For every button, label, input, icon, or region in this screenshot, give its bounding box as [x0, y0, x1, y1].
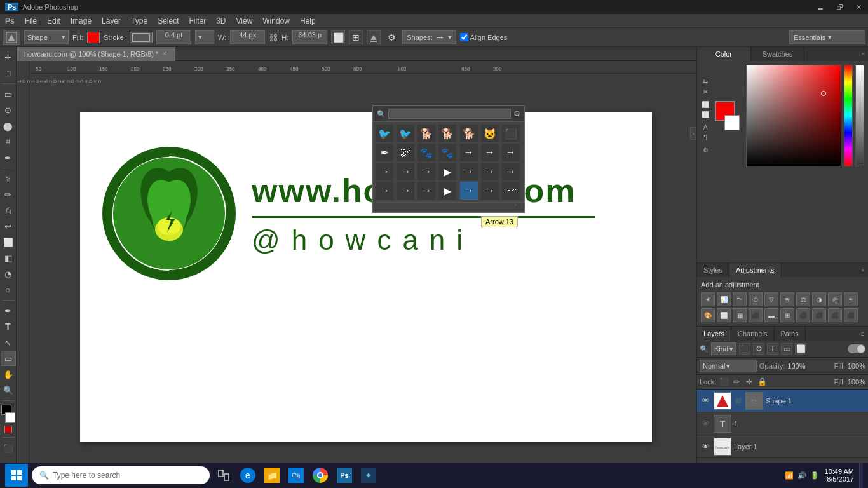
systray-network-icon[interactable]: 📶 [784, 470, 794, 480]
adj-colorsearch[interactable]: 🎨 [701, 308, 715, 322]
taskbar-search-bar[interactable]: 🔍 Type here to search [32, 466, 210, 484]
adj-colorbal[interactable]: ⚖ [796, 292, 810, 306]
menu-filter[interactable]: Filter [184, 14, 211, 28]
shape-cell-13[interactable]: → [376, 163, 393, 180]
menu-type[interactable]: Type [126, 14, 153, 28]
pen-tool[interactable]: ✒ [1, 303, 16, 318]
shape-picker-search[interactable] [388, 109, 511, 119]
minimize-button[interactable]: 🗕 [811, 0, 830, 14]
screen-mode-btn[interactable]: ⬛ [1, 440, 16, 456]
menu-ps[interactable]: Ps [0, 14, 20, 28]
align-edges-option[interactable]: Align Edges [460, 33, 508, 41]
align-button[interactable]: ⬜ [331, 30, 345, 44]
adj-levels2[interactable]: ⬛ [812, 308, 826, 322]
shape-cell-1[interactable]: 🐦 [397, 125, 414, 142]
artboard-tool[interactable]: ⬚ [1, 65, 16, 81]
document-tab[interactable]: howcanu.com @ 100% (Shape 1, RGB/8) * ✕ [17, 47, 175, 61]
adj-curves2[interactable]: ⬛ [828, 308, 842, 322]
adj-channelmix[interactable]: ≡ [844, 292, 858, 306]
fill-color-swatch[interactable] [87, 32, 100, 43]
panel-icon-5[interactable]: A [701, 123, 710, 132]
canvas-content[interactable]: www.howcanu.com @howcani [29, 74, 696, 463]
adj-extra[interactable]: ⬛ [844, 308, 858, 322]
taskbar-extra-icon[interactable]: ✦ [358, 465, 379, 485]
background-color-box[interactable] [5, 412, 15, 423]
zoom-tool[interactable]: 🔍 [1, 383, 16, 398]
canvas-scroll-area[interactable]: 50 100 150 200 250 300 350 400 450 500 6… [17, 61, 696, 475]
show-desktop-btn[interactable] [859, 463, 863, 488]
shape-tool[interactable]: ▭ [1, 351, 16, 366]
height-input[interactable]: 64.03 p [292, 30, 327, 44]
resize-handle[interactable]: ⬛ [514, 204, 522, 211]
stroke-size-input[interactable]: 0.4 pt [156, 30, 191, 44]
opacity-value[interactable]: 100% [787, 362, 805, 370]
shape-cell-12[interactable]: → [502, 144, 520, 161]
path-arrange-button[interactable] [367, 30, 381, 44]
shape-cell-23[interactable]: ▶ [438, 182, 456, 200]
layer-vis-text[interactable]: 👁 [700, 418, 711, 430]
layer-item-text[interactable]: 👁 T 1 [697, 412, 868, 435]
width-input[interactable]: 44 px [230, 30, 265, 44]
lock-position-icon[interactable]: ✛ [744, 377, 754, 387]
panel-icon-1[interactable]: ⇆ [701, 77, 710, 86]
hue-bar[interactable] [844, 65, 853, 166]
shape-cell-18[interactable]: → [481, 163, 499, 180]
lock-all-icon[interactable]: 🔒 [757, 377, 767, 387]
filter-smart-icon[interactable]: ⬜ [795, 343, 806, 355]
panel-menu-btn[interactable]: ≡ [858, 47, 868, 61]
tab-paths[interactable]: Paths [775, 327, 806, 341]
gradient-tool[interactable]: ◧ [1, 250, 16, 266]
shape-picker-gear[interactable]: ⚙ [513, 109, 520, 118]
taskbar-edge-icon[interactable]: e [238, 465, 258, 485]
adj-gradient-map[interactable]: ▬ [764, 308, 778, 322]
tool-preset-picker[interactable] [3, 30, 20, 45]
shape-cell-16[interactable]: ▶ [438, 163, 456, 180]
adj-hsl[interactable]: ≋ [780, 292, 794, 306]
tab-adjustments[interactable]: Adjustments [729, 263, 782, 277]
hand-tool[interactable]: ✋ [1, 367, 16, 382]
adj-posterize[interactable]: ▦ [733, 308, 747, 322]
adj-brightness[interactable]: ☀ [701, 292, 715, 306]
alpha-bar[interactable] [855, 65, 864, 166]
panel-icon-7[interactable]: ⚙ [701, 146, 710, 154]
shape-cell-3[interactable]: 🐕 [438, 125, 456, 142]
adj-vibrance[interactable]: ▽ [764, 292, 778, 306]
shape-cell-21[interactable]: → [397, 182, 414, 200]
essentials-dropdown[interactable]: Essentials ▾ [789, 30, 865, 44]
layer-item-layer1[interactable]: 👁 howcanu Layer 1 [697, 435, 868, 458]
filter-type-icon[interactable]: T [767, 343, 778, 355]
marquee-tool[interactable]: ▭ [1, 86, 16, 102]
tab-styles[interactable]: Styles [697, 263, 729, 277]
shape-cell-14[interactable]: → [397, 163, 414, 180]
filter-pixel-icon[interactable]: ⬛ [739, 343, 750, 355]
move-tool[interactable]: ✛ [1, 50, 16, 65]
taskbar-task-view[interactable] [214, 465, 234, 485]
stamp-tool[interactable]: ⎙ [1, 203, 16, 218]
menu-layer[interactable]: Layer [97, 14, 126, 28]
quick-select-tool[interactable]: ⬤ [1, 118, 16, 133]
shape-cell-5[interactable]: 🐱 [481, 125, 499, 142]
adj-invert[interactable]: ⬜ [717, 308, 731, 322]
taskbar-chrome-icon[interactable] [310, 465, 330, 485]
blur-tool[interactable]: ◔ [1, 266, 16, 281]
adj-levels[interactable]: 📊 [717, 292, 731, 306]
menu-window[interactable]: Window [257, 14, 295, 28]
menu-image[interactable]: Image [65, 14, 97, 28]
shape-cell-11[interactable]: → [481, 144, 499, 161]
eyedropper-tool[interactable]: ✒ [1, 150, 16, 165]
shape-cell-0[interactable]: 🐦 [376, 125, 393, 142]
shape-cell-22[interactable]: → [417, 182, 435, 200]
layers-collapse-btn[interactable]: ≡ [858, 327, 868, 341]
shape-cell-17[interactable]: → [460, 163, 478, 180]
shape-cell-15[interactable]: → [417, 163, 435, 180]
panel-icon-6[interactable]: ¶ [701, 133, 710, 142]
shape-mode-dropdown[interactable]: Shape ▾ [24, 30, 69, 44]
restore-button[interactable]: 🗗 [830, 0, 849, 14]
tab-channels[interactable]: Channels [731, 327, 774, 341]
fill-value[interactable]: 100% [848, 362, 865, 370]
stroke-type-dropdown[interactable]: ▾ [195, 30, 214, 44]
adj-threshold[interactable]: ⬛ [749, 308, 763, 322]
shape-cell-19[interactable]: → [502, 163, 520, 180]
layer-vis-shape1[interactable]: 👁 [700, 395, 711, 407]
shapes-dropdown[interactable]: Shapes: → ▾ [402, 30, 456, 44]
